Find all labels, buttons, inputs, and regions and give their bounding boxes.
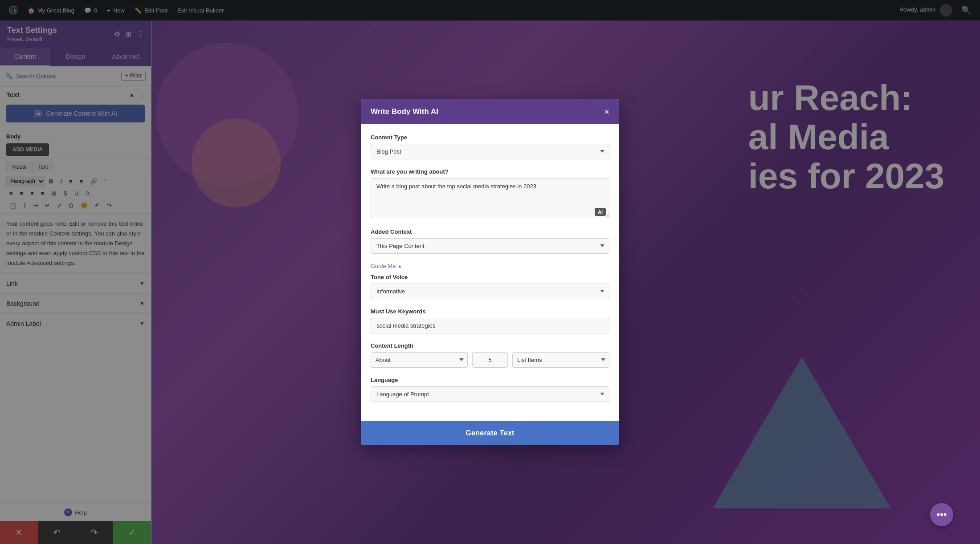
keywords-input[interactable]: social media strategies [371,318,609,333]
content-type-group: Content Type Blog Post Article Social Me… [371,134,609,159]
guide-me-link[interactable]: Guide Me ▲ [371,263,609,269]
content-length-row: About Exactly At Least At Most 5 List It… [371,352,609,368]
modal-close-button[interactable]: × [604,107,609,116]
language-select[interactable]: Language of Prompt English Spanish Frenc… [371,386,609,402]
keywords-label: Must Use Keywords [371,308,609,315]
content-type-select[interactable]: Blog Post Article Social Media Product D… [371,144,609,159]
modal-footer: → Generate Text [361,421,619,445]
content-length-about-select[interactable]: About Exactly At Least At Most [371,352,468,368]
content-length-unit-select[interactable]: List Items Paragraphs Sentences Words [512,352,609,368]
tone-of-voice-group: Tone of Voice Informative Formal Casual … [371,274,609,299]
guide-me-label: Guide Me [371,263,396,269]
content-length-label: Content Length [371,342,609,349]
modal-header: Write Body With AI × [361,99,619,124]
generate-footer-row: → Generate Text [361,421,619,445]
tone-of-voice-select[interactable]: Informative Formal Casual Persuasive Hum… [371,284,609,299]
textarea-ai-button[interactable]: AI [595,208,606,216]
writing-about-group: What are you writing about? AI [371,168,609,219]
modal-overlay: Write Body With AI × Content Type Blog P… [0,0,980,544]
modal-title: Write Body With AI [371,107,438,116]
fab-button[interactable]: ••• [930,503,953,526]
language-label: Language [371,377,609,383]
writing-about-label: What are you writing about? [371,168,609,175]
guide-me-arrow-icon: ▲ [397,264,402,268]
language-group: Language Language of Prompt English Span… [371,377,609,402]
added-context-group: Added Context This Page Content No Conte… [371,228,609,254]
content-length-number-input[interactable]: 5 [472,352,508,368]
added-context-select[interactable]: This Page Content No Context Custom [371,238,609,254]
tone-of-voice-label: Tone of Voice [371,274,609,280]
write-body-ai-modal: Write Body With AI × Content Type Blog P… [361,99,619,445]
textarea-wrapper: AI [371,178,609,219]
writing-about-textarea[interactable] [371,178,609,218]
added-context-label: Added Context [371,228,609,235]
content-length-group: Content Length About Exactly At Least At… [371,342,609,368]
content-type-label: Content Type [371,134,609,141]
keywords-group: Must Use Keywords social media strategie… [371,308,609,333]
generate-text-button[interactable]: Generate Text [361,421,619,445]
modal-body: Content Type Blog Post Article Social Me… [361,124,619,421]
